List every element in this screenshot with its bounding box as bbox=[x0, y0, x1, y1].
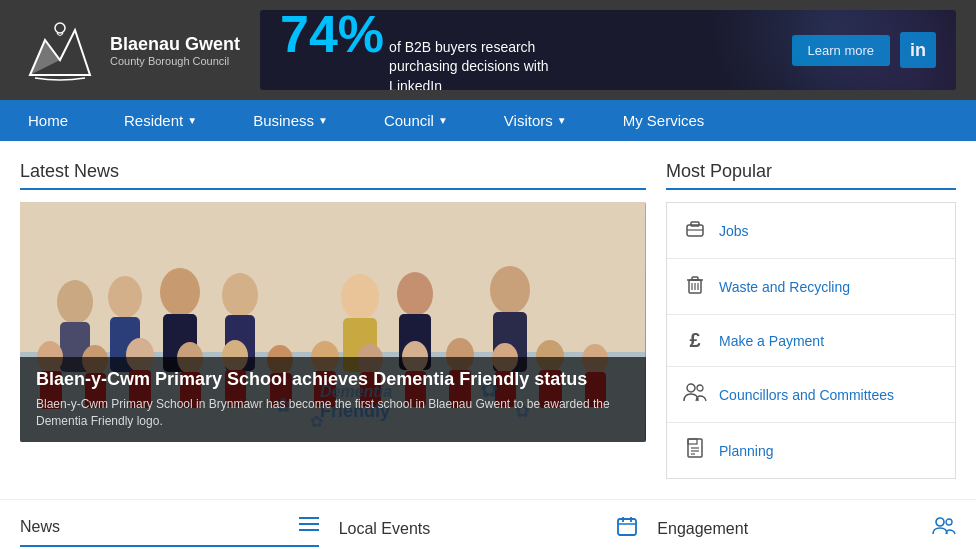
nav-home-label: Home bbox=[28, 112, 68, 129]
svg-point-10 bbox=[160, 268, 200, 316]
news-headline: Blaen-y-Cwm Primary School achieves Deme… bbox=[36, 369, 630, 390]
popular-item-councillors[interactable]: Councillors and Committees bbox=[667, 367, 955, 423]
bottom-news: News Blaen-y-Cwm Primary School achieves… bbox=[20, 500, 319, 549]
calendar-icon bbox=[617, 516, 637, 541]
nav-my-services-label: My Services bbox=[623, 112, 705, 129]
ad-bg-decoration bbox=[538, 10, 956, 90]
bottom-events-label: Local Events bbox=[339, 520, 431, 538]
briefcase-icon bbox=[683, 217, 707, 244]
nav-business[interactable]: Business ▼ bbox=[225, 100, 356, 141]
svg-rect-58 bbox=[692, 277, 698, 280]
svg-point-12 bbox=[222, 273, 258, 317]
popular-item-jobs-label: Jobs bbox=[719, 223, 749, 239]
nav-visitors-chevron: ▼ bbox=[557, 115, 567, 126]
nav-business-chevron: ▼ bbox=[318, 115, 328, 126]
main-content: Latest News bbox=[0, 141, 976, 499]
svg-point-16 bbox=[397, 272, 433, 316]
pound-icon: £ bbox=[683, 329, 707, 352]
nav-council-label: Council bbox=[384, 112, 434, 129]
news-caption: Blaen-y-Cwm Primary School achieves Deme… bbox=[20, 357, 646, 442]
news-image-container[interactable]: ✿ ✿ ✿ ✿ Dementia Friendly Working to bec… bbox=[20, 202, 646, 442]
svg-point-77 bbox=[946, 519, 952, 525]
popular-item-planning[interactable]: Planning bbox=[667, 423, 955, 478]
svg-point-14 bbox=[341, 274, 379, 320]
nav-visitors[interactable]: Visitors ▼ bbox=[476, 100, 595, 141]
nav-council-chevron: ▼ bbox=[438, 115, 448, 126]
svg-rect-72 bbox=[618, 519, 636, 535]
bottom-engagement: Engagement Have your say on the new Well… bbox=[657, 500, 956, 549]
left-column: Latest News bbox=[20, 161, 646, 479]
bottom-news-title-bar: News bbox=[20, 516, 319, 547]
org-subname: County Borough Council bbox=[110, 55, 240, 67]
nav-resident-label: Resident bbox=[124, 112, 183, 129]
nav-my-services[interactable]: My Services bbox=[595, 100, 733, 141]
logo-text: Blaenau Gwent County Borough Council bbox=[110, 34, 240, 67]
news-list-icon bbox=[299, 516, 319, 537]
popular-list: Jobs Waste and Recycling bbox=[666, 202, 956, 479]
bin-icon bbox=[683, 273, 707, 300]
bottom-engagement-title-bar: Engagement bbox=[657, 516, 956, 549]
svg-point-62 bbox=[687, 384, 695, 392]
most-popular-title: Most Popular bbox=[666, 161, 956, 190]
bottom-events: Local Events Veld & Vlaai Festiv... bbox=[339, 500, 638, 549]
svg-point-76 bbox=[936, 518, 944, 526]
svg-rect-54 bbox=[691, 222, 699, 226]
document-icon bbox=[683, 437, 707, 464]
ad-percent: 74% bbox=[280, 10, 384, 64]
nav-home[interactable]: Home bbox=[0, 100, 96, 141]
nav-business-label: Business bbox=[253, 112, 314, 129]
popular-item-planning-label: Planning bbox=[719, 443, 774, 459]
svg-point-18 bbox=[490, 266, 530, 314]
bottom-news-label: News bbox=[20, 518, 60, 536]
nav-resident-chevron: ▼ bbox=[187, 115, 197, 126]
news-body: Blaen-y-Cwm Primary School in Brynmawr h… bbox=[36, 396, 630, 430]
org-name: Blaenau Gwent bbox=[110, 34, 240, 55]
popular-item-councillors-label: Councillors and Committees bbox=[719, 387, 894, 403]
nav-resident[interactable]: Resident ▼ bbox=[96, 100, 225, 141]
svg-point-8 bbox=[108, 276, 142, 318]
main-nav: Home Resident ▼ Business ▼ Council ▼ Vis… bbox=[0, 100, 976, 141]
logo-svg bbox=[20, 10, 100, 90]
bottom-row: News Blaen-y-Cwm Primary School achieves… bbox=[0, 499, 976, 549]
svg-point-6 bbox=[57, 280, 93, 324]
people-icon bbox=[683, 381, 707, 408]
popular-item-jobs[interactable]: Jobs bbox=[667, 203, 955, 259]
svg-point-63 bbox=[697, 385, 703, 391]
logo-area: Blaenau Gwent County Borough Council bbox=[20, 10, 240, 90]
latest-news-title: Latest News bbox=[20, 161, 646, 190]
ad-banner: 74% of B2B buyers research purchasing de… bbox=[260, 10, 956, 90]
popular-item-waste-label: Waste and Recycling bbox=[719, 279, 850, 295]
bottom-events-title-bar: Local Events bbox=[339, 516, 638, 549]
header: Blaenau Gwent County Borough Council 74%… bbox=[0, 0, 976, 100]
svg-rect-0 bbox=[20, 10, 100, 90]
popular-item-waste[interactable]: Waste and Recycling bbox=[667, 259, 955, 315]
bottom-engagement-label: Engagement bbox=[657, 520, 748, 538]
popular-item-payment-label: Make a Payment bbox=[719, 333, 824, 349]
engagement-icon bbox=[932, 516, 956, 541]
nav-visitors-label: Visitors bbox=[504, 112, 553, 129]
nav-council[interactable]: Council ▼ bbox=[356, 100, 476, 141]
popular-item-payment[interactable]: £ Make a Payment bbox=[667, 315, 955, 367]
right-column: Most Popular Jobs bbox=[666, 161, 956, 479]
